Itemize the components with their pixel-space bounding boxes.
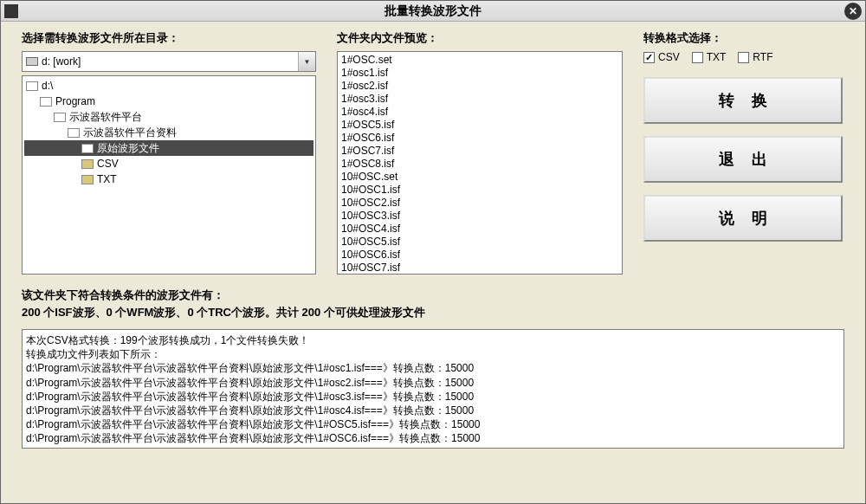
tree-item[interactable]: CSV [24,156,313,171]
list-item[interactable]: 10#OSC7.isf [341,262,618,275]
list-item[interactable]: 10#OSC4.isf [341,223,618,236]
format-checkbox-row: CSV TXT RTF [643,51,843,63]
drive-select[interactable]: d: [work] [22,51,316,72]
window-title: 批量转换波形文件 [22,3,844,19]
summary-line1: 该文件夹下符合转换条件的波形文件有： [22,287,844,304]
convert-button[interactable]: 转换 [643,77,843,124]
titlebar: 批量转换波形文件 ✕ [1,1,865,22]
folder-icon [40,97,52,107]
list-item[interactable]: 10#OSC3.isf [341,210,618,223]
folder-icon [26,81,38,91]
csv-label: CSV [658,51,680,63]
folder-icon [81,175,94,184]
list-item[interactable]: 1#OSC.set [341,54,618,67]
summary-text: 该文件夹下符合转换条件的波形文件有： 200 个ISF波形、0 个WFM波形、0… [22,287,844,320]
list-item[interactable]: 1#OSC6.isf [341,132,618,145]
rtf-label: RTF [753,51,772,63]
list-item[interactable]: 10#OSC6.isf [341,249,618,262]
summary-line2: 200 个ISF波形、0 个WFM波形、0 个TRC个波形。共计 200 个可供… [22,304,844,321]
directory-tree[interactable]: d:\Program示波器软件平台示波器软件平台资料原始波形文件CSVTXT [22,75,316,275]
close-button[interactable]: ✕ [844,3,862,20]
tree-item[interactable]: 示波器软件平台资料 [24,125,313,140]
tree-item-label: 示波器软件平台资料 [83,126,177,140]
csv-checkbox[interactable]: CSV [643,51,680,63]
checkbox-icon [738,52,749,63]
help-button[interactable]: 说明 [643,195,843,242]
list-item[interactable]: 10#OSC5.isf [341,236,618,249]
app-icon [4,4,18,18]
app-window: 批量转换波形文件 ✕ 选择需转换波形文件所在目录： d: [work] d:\P… [0,0,866,504]
folder-icon [81,144,94,153]
log-textbox[interactable]: 本次CSV格式转换：199个波形转换成功，1个文件转换失败！ 转换成功文件列表如… [22,329,844,449]
tree-item[interactable]: 示波器软件平台 [24,109,313,125]
list-item[interactable]: 1#osc3.isf [341,93,618,106]
tree-item-label: TXT [97,173,117,185]
file-preview-label: 文件夹内文件预览： [337,30,623,46]
list-item[interactable]: 1#OSC5.isf [341,119,618,132]
drive-icon [26,57,38,66]
txt-checkbox[interactable]: TXT [692,51,727,63]
dir-select-label: 选择需转换波形文件所在目录： [22,30,316,46]
tree-item-label: d:\ [42,80,53,92]
directory-column: 选择需转换波形文件所在目录： d: [work] d:\Program示波器软件… [22,30,316,275]
checkbox-icon [692,52,703,63]
tree-item[interactable]: 原始波形文件 [24,140,313,156]
preview-column: 文件夹内文件预览： 1#OSC.set1#osc1.isf1#osc2.isf1… [337,30,623,275]
exit-button[interactable]: 退出 [643,136,843,183]
list-item[interactable]: 10#OSC2.isf [341,197,618,210]
tree-item[interactable]: d:\ [24,78,313,94]
tree-item-label: 原始波形文件 [97,141,159,156]
drive-select-text: d: [work] [23,55,298,68]
dropdown-arrow-icon[interactable] [298,52,315,71]
list-item[interactable]: 10#OSC1.isf [341,184,618,197]
options-column: 转换格式选择： CSV TXT RTF 转换 退出 [643,30,843,275]
folder-icon [81,159,94,169]
tree-item-label: Program [55,95,95,107]
list-item[interactable]: 1#osc2.isf [341,80,618,93]
format-select-label: 转换格式选择： [643,30,843,46]
file-listbox[interactable]: 1#OSC.set1#osc1.isf1#osc2.isf1#osc3.isf1… [337,51,623,275]
top-row: 选择需转换波形文件所在目录： d: [work] d:\Program示波器软件… [22,30,844,275]
list-item[interactable]: 1#osc1.isf [341,67,618,80]
folder-icon [54,113,66,122]
tree-item-label: CSV [97,158,119,170]
tree-item[interactable]: TXT [24,171,313,187]
tree-item[interactable]: Program [24,94,313,109]
tree-item-label: 示波器软件平台 [69,110,142,125]
txt-label: TXT [707,51,727,63]
drive-selected-label: d: [work] [42,55,81,68]
folder-icon [68,128,80,138]
list-item[interactable]: 1#OSC8.isf [341,158,618,171]
checkbox-icon [643,52,655,63]
rtf-checkbox[interactable]: RTF [738,51,772,63]
list-item[interactable]: 1#OSC7.isf [341,145,618,158]
list-item[interactable]: 1#osc4.isf [341,106,618,119]
list-item[interactable]: 10#OSC.set [341,171,618,184]
content-area: 选择需转换波形文件所在目录： d: [work] d:\Program示波器软件… [1,22,865,457]
